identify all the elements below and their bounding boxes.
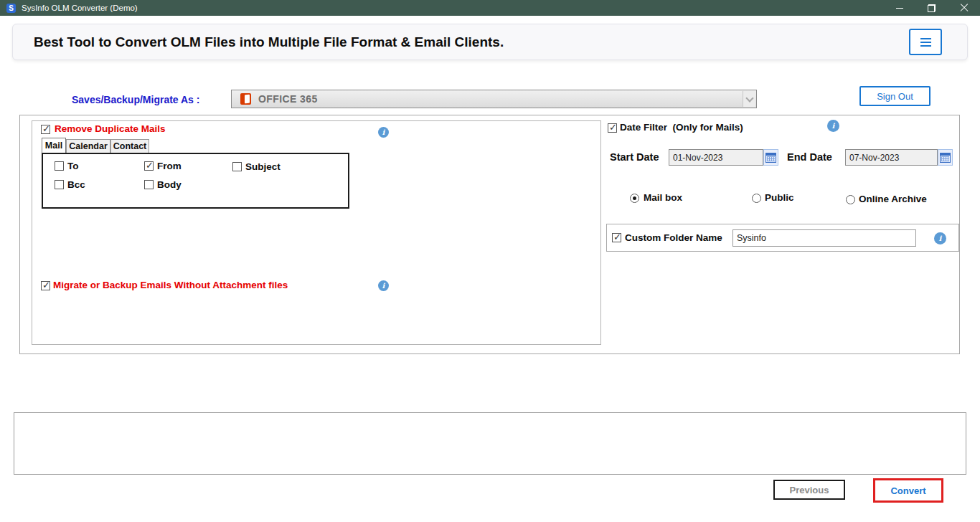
end-date-input[interactable] [845,149,938,166]
from-checkbox[interactable] [144,161,154,171]
start-date-input[interactable] [669,149,763,166]
start-date-calendar-button[interactable] [763,149,778,166]
online-archive-radio-label: Online Archive [859,194,927,204]
remove-duplicate-checkbox[interactable] [41,125,50,134]
minimize-icon [896,8,903,9]
custom-folder-info-icon[interactable] [934,232,946,245]
to-label: To [67,161,79,171]
subject-checkbox[interactable] [232,162,242,171]
body-label: Body [157,179,182,190]
subject-label: Subject [245,161,281,172]
menu-button[interactable] [909,29,942,55]
restore-icon [927,4,936,13]
close-button[interactable] [948,0,980,16]
hamburger-icon [920,42,931,43]
to-checkbox[interactable] [55,161,64,171]
status-log-box [14,412,966,475]
tab-calendar[interactable]: Calendar [66,139,110,153]
convert-button[interactable]: Convert [873,478,943,503]
remove-duplicate-info-icon[interactable] [378,127,389,138]
selected-export-format: OFFICE 365 [258,93,318,105]
dropdown-arrow-button[interactable] [743,91,755,107]
chevron-down-icon [745,94,753,102]
mailbox-radio[interactable] [630,194,639,203]
minimize-button[interactable] [883,0,915,16]
app-icon: S [6,4,16,13]
office365-icon [240,93,251,105]
calendar-icon [765,153,776,163]
online-archive-radio[interactable] [846,195,855,204]
bcc-checkbox[interactable] [55,180,64,189]
window-controls [883,0,980,16]
calendar-icon [940,153,951,163]
titlebar: S SysInfo OLM Converter (Demo) [0,0,980,16]
end-date-calendar-button[interactable] [938,149,953,166]
window-title: SysInfo OLM Converter (Demo) [22,4,138,12]
public-radio[interactable] [752,194,761,203]
custom-folder-label: Custom Folder Name [625,232,722,243]
remove-duplicate-label: Remove Duplicate Mails [55,123,166,134]
app-icon-letter: S [9,4,14,12]
date-filter-label: Date Filter (Only for Mails) [620,122,743,133]
without-attachment-checkbox[interactable] [41,281,50,290]
without-attachment-label: Migrate or Backup Emails Without Attachm… [53,280,288,290]
start-date-label: Start Date [610,151,659,163]
tab-contact[interactable]: Contact [110,139,149,153]
mailbox-radio-label: Mail box [644,192,682,203]
custom-folder-checkbox[interactable] [612,233,621,242]
tab-mail[interactable]: Mail [42,138,66,153]
app-window: S SysInfo OLM Converter (Demo) Best Tool… [0,0,980,522]
from-label: From [157,161,182,171]
sign-out-button[interactable]: Sign Out [859,86,930,106]
without-attachment-info-icon[interactable] [378,280,389,291]
previous-button[interactable]: Previous [773,480,845,500]
bcc-label: Bcc [67,179,85,190]
header-banner: Best Tool to Convert OLM Files into Mult… [12,24,968,60]
page-title: Best Tool to Convert OLM Files into Mult… [34,34,504,50]
custom-folder-input[interactable] [732,229,916,247]
close-icon [960,4,969,12]
saves-migrate-label: Saves/Backup/Migrate As : [72,94,199,105]
mail-options-panel [42,153,349,209]
date-filter-checkbox[interactable] [608,123,617,133]
public-radio-label: Public [765,192,794,203]
end-date-label: End Date [787,151,832,163]
export-format-dropdown[interactable]: OFFICE 365 [231,90,757,108]
date-filter-info-icon[interactable] [827,120,839,132]
body-checkbox[interactable] [144,180,154,189]
restore-button[interactable] [915,0,948,16]
